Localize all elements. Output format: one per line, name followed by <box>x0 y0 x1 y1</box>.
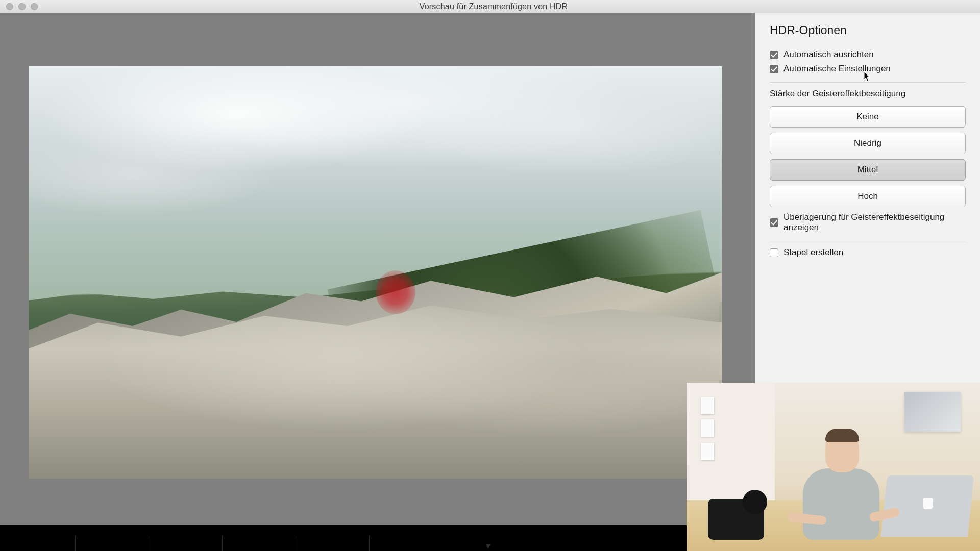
panel-title: HDR-Optionen <box>770 23 966 37</box>
deghost-option-none[interactable]: Keine <box>770 106 966 128</box>
wall-photo <box>701 397 714 414</box>
close-icon[interactable] <box>6 3 13 10</box>
create-stack-label: Stapel erstellen <box>783 247 843 258</box>
minimize-icon[interactable] <box>18 3 26 10</box>
photo-frame <box>904 392 961 432</box>
deghost-option-high[interactable]: Hoch <box>770 186 966 207</box>
checkbox-icon <box>770 248 778 257</box>
divider <box>770 82 966 83</box>
deghost-heading: Stärke der Geistereffektbeseitigung <box>770 89 966 99</box>
camera-prop <box>708 499 764 540</box>
deghost-overlay-marker <box>376 270 415 314</box>
divider <box>770 241 966 241</box>
cursor-icon <box>864 71 871 82</box>
wall-photo <box>701 419 714 437</box>
filmstrip-cell[interactable] <box>223 536 296 551</box>
filmstrip[interactable] <box>2 536 691 551</box>
show-overlay-label: Überlagerung für Geistereffektbeseitigun… <box>783 212 966 233</box>
checkbox-icon <box>770 218 778 227</box>
preview-area <box>0 13 755 525</box>
filmstrip-cell[interactable] <box>2 536 76 551</box>
zoom-icon[interactable] <box>31 3 38 10</box>
deghost-option-low[interactable]: Niedrig <box>770 133 966 154</box>
titlebar: Vorschau für Zusammenfügen von HDR <box>0 0 980 13</box>
window-title: Vorschau für Zusammenfügen von HDR <box>38 2 949 11</box>
filmstrip-cell[interactable] <box>76 536 149 551</box>
presenter-webcam-overlay <box>687 383 980 551</box>
create-stack-checkbox[interactable]: Stapel erstellen <box>770 247 966 258</box>
chevron-down-icon[interactable]: ▾ <box>486 540 491 551</box>
auto-settings-label: Automatische Einstellungen <box>783 64 891 74</box>
filmstrip-cell[interactable] <box>296 536 370 551</box>
hdr-preview-image[interactable] <box>29 66 722 479</box>
auto-align-checkbox[interactable]: Automatisch ausrichten <box>770 49 966 60</box>
wall-photo <box>701 443 714 460</box>
auto-align-label: Automatisch ausrichten <box>783 49 874 60</box>
filmstrip-cell[interactable] <box>149 536 223 551</box>
show-deghost-overlay-checkbox[interactable]: Überlagerung für Geistereffektbeseitigun… <box>770 212 966 233</box>
deghost-option-med[interactable]: Mittel <box>770 159 966 181</box>
checkbox-icon <box>770 65 778 73</box>
presenter <box>782 397 895 540</box>
checkbox-icon <box>770 51 778 59</box>
window-controls <box>6 3 38 10</box>
apple-logo-icon <box>923 498 933 509</box>
